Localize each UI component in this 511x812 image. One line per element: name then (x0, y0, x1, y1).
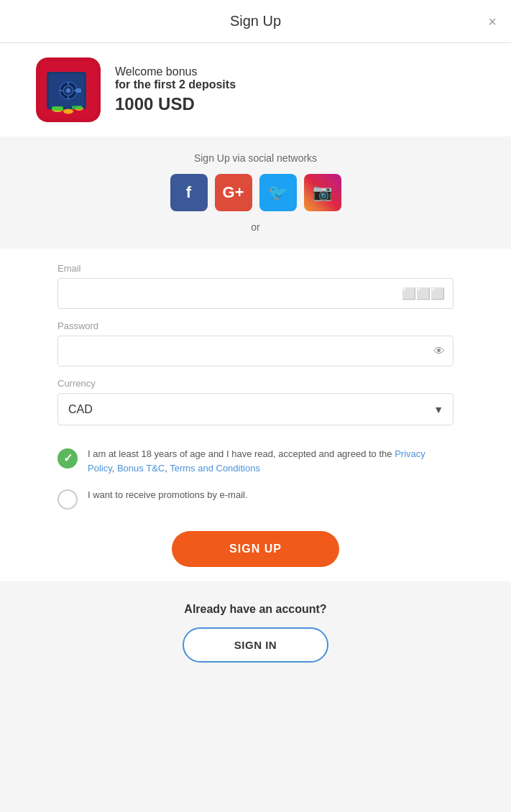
svg-rect-15 (52, 106, 63, 111)
signup-button-section: SIGN UP (0, 524, 511, 581)
email-field-group: Email ⬜⬜⬜ (57, 263, 454, 309)
facebook-button[interactable]: f (170, 174, 208, 211)
bonus-tc-link[interactable]: Bonus T&C (117, 463, 165, 474)
password-input[interactable] (57, 336, 454, 366)
bonus-image (36, 57, 101, 122)
twitter-button[interactable]: 🐦 (259, 174, 297, 211)
google-button[interactable]: G+ (215, 174, 252, 211)
currency-label: Currency (57, 378, 454, 389)
bonus-title: Welcome bonus for the first 2 deposits (115, 65, 236, 91)
modal-header: Sign Up × (0, 0, 511, 43)
social-label: Sign Up via social networks (194, 152, 317, 164)
already-have-account-text: Already have an account? (184, 603, 326, 616)
social-icons-row: f G+ 🐦 📷 (170, 174, 341, 211)
bonus-amount: 1000 USD (115, 94, 236, 114)
modal-title: Sign Up (230, 13, 281, 29)
email-input[interactable] (57, 278, 454, 309)
instagram-button[interactable]: 📷 (304, 174, 341, 211)
promo-checkbox[interactable] (57, 489, 78, 509)
email-label: Email (57, 263, 454, 274)
svg-point-13 (63, 109, 73, 114)
password-label: Password (57, 320, 454, 331)
promo-checkbox-row: I want to receive promotions by e-mail. (57, 488, 454, 509)
signin-button[interactable]: SIGN IN (183, 627, 328, 663)
checkmark-icon: ✓ (63, 453, 73, 464)
close-button[interactable]: × (488, 14, 497, 29)
currency-select[interactable]: CAD USD EUR GBP AUD (57, 393, 454, 425)
bonus-section: Welcome bonus for the first 2 deposits 1… (0, 43, 511, 137)
svg-point-6 (66, 88, 70, 93)
terms-checkbox[interactable]: ✓ (57, 448, 78, 469)
signup-modal: Sign Up × (0, 0, 511, 812)
svg-rect-16 (72, 106, 82, 109)
terms-conditions-link[interactable]: Terms and Conditions (170, 463, 260, 474)
currency-field-group: Currency CAD USD EUR GBP AUD ▼ (57, 378, 454, 425)
or-divider: or (251, 221, 259, 233)
social-section: Sign Up via social networks f G+ 🐦 📷 or (0, 137, 511, 249)
svg-rect-11 (75, 88, 81, 93)
terms-checkbox-row: ✓ I am at least 18 years of age and I ha… (57, 447, 454, 475)
checkbox-section: ✓ I am at least 18 years of age and I ha… (0, 440, 511, 524)
terms-text: I am at least 18 years of age and I have… (88, 447, 454, 475)
password-field-group: Password 👁 (57, 320, 454, 366)
promo-text: I want to receive promotions by e-mail. (88, 488, 248, 502)
form-section: Email ⬜⬜⬜ Password 👁 Currency CAD USD EU… (0, 249, 511, 440)
footer-section: Already have an account? SIGN IN (0, 581, 511, 812)
bonus-text: Welcome bonus for the first 2 deposits 1… (115, 65, 236, 114)
password-input-wrapper: 👁 (57, 336, 454, 366)
currency-select-wrapper: CAD USD EUR GBP AUD ▼ (57, 393, 454, 425)
signup-button[interactable]: SIGN UP (172, 531, 339, 567)
email-input-wrapper: ⬜⬜⬜ (57, 278, 454, 309)
